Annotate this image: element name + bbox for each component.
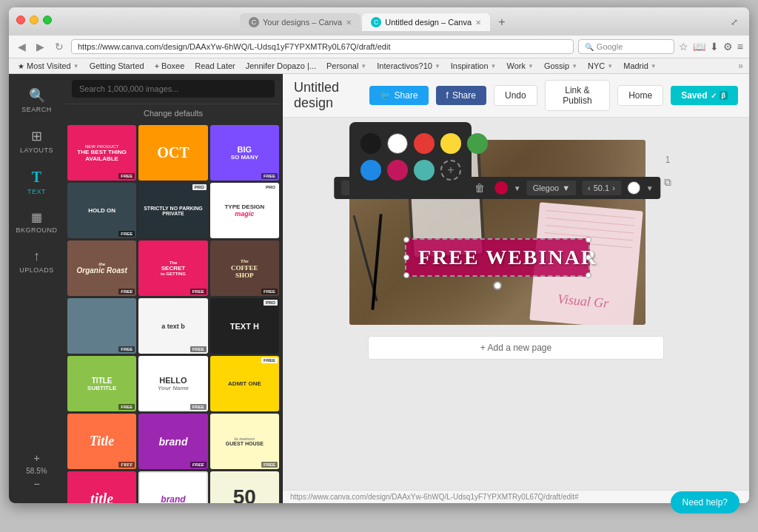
template-item[interactable]: a text b FREE — [138, 298, 207, 354]
template-item[interactable]: STRICTLY NO PARKINGPRIVATE PRO — [138, 183, 207, 238]
browser-search[interactable]: 🔍 Google — [578, 39, 674, 54]
template-item[interactable]: theOrganic Roast FREE — [67, 240, 136, 296]
color-swatch-blue[interactable] — [360, 160, 381, 181]
undo-button[interactable]: Undo — [494, 85, 537, 106]
bookmark-jennifer[interactable]: Jennifer Dopazo |... — [243, 61, 319, 71]
new-tab-button[interactable]: + — [494, 15, 509, 30]
sidebar-item-text[interactable]: T TEXT — [12, 163, 62, 201]
bookmark-interactivos[interactable]: Interactivos?10 ▼ — [374, 61, 443, 71]
bookmark-inspiration[interactable]: Inspiration ▼ — [448, 61, 500, 71]
menu-icon[interactable]: ≡ — [737, 41, 743, 53]
back-button[interactable]: ◀ — [15, 39, 29, 54]
sidebar-item-background[interactable]: ▦ BKGROUND — [12, 204, 62, 240]
bookmark-boxee[interactable]: + Boxee — [152, 61, 188, 71]
bookmark-gossip[interactable]: Gossip ▼ — [541, 61, 580, 71]
bookmark-read-later[interactable]: Read Later — [192, 61, 238, 71]
template-item[interactable]: brand FREE — [138, 414, 207, 469]
template-item[interactable]: TheSECRETto GETTING FREE — [138, 240, 207, 296]
bookmark-icon[interactable]: 📖 — [693, 41, 705, 53]
text-color-dropdown-icon[interactable]: ▼ — [646, 184, 654, 192]
template-item[interactable]: TheCOFFEESHOP FREE — [210, 240, 279, 296]
sidebar-item-layouts[interactable]: ⊞ LAYOUTS — [12, 122, 62, 160]
star-icon[interactable]: ☆ — [679, 41, 688, 53]
template-item[interactable]: ADMIT ONE FREE — [210, 356, 279, 411]
window-resize-button[interactable]: ⤢ — [731, 17, 738, 27]
url-bar[interactable] — [71, 39, 574, 54]
resize-handle-ml[interactable] — [403, 255, 409, 260]
rotate-handle[interactable] — [493, 281, 502, 290]
facebook-share-button[interactable]: f Share — [436, 86, 486, 105]
refresh-button[interactable]: ↻ — [52, 39, 67, 54]
download-icon[interactable]: ⬇ — [710, 41, 719, 53]
sidebar-item-uploads[interactable]: ↑ UPLOADS — [12, 243, 62, 280]
template-item[interactable]: TITLESUBTITLE FREE — [67, 356, 136, 411]
bookmark-nyc[interactable]: NYC ▼ — [585, 61, 616, 71]
text-color-button[interactable] — [627, 181, 640, 195]
bookmark-most-visited[interactable]: ★Most Visited ▼ — [15, 61, 82, 71]
bookmark-work[interactable]: Work ▼ — [504, 61, 537, 71]
color-swatch-white[interactable] — [387, 133, 408, 154]
template-item[interactable]: 50POSTAGE STAMP FREE — [210, 471, 279, 503]
template-item[interactable]: BIGSO MANY FREE — [210, 125, 279, 181]
sidebar-item-search[interactable]: 🔍 SEARCH — [12, 81, 62, 119]
add-page-button[interactable]: + Add a new page — [368, 336, 664, 360]
settings-icon[interactable]: ⚙ — [723, 41, 733, 53]
template-item[interactable]: la maisonGUEST HOUSE FREE — [210, 414, 279, 469]
color-swatch-red[interactable] — [414, 133, 435, 154]
maximize-button[interactable] — [43, 16, 52, 24]
home-button[interactable]: Home — [617, 85, 663, 106]
saved-button[interactable]: Saved ✓ β — [671, 86, 738, 105]
change-defaults-button[interactable]: Change defaults — [64, 104, 282, 122]
font-size-control[interactable]: ‹ 50.1 › — [582, 181, 621, 195]
color-swatch-magenta[interactable] — [387, 160, 408, 181]
link-publish-button[interactable]: Link & Publish — [545, 80, 610, 111]
zoom-plus-button[interactable]: + — [33, 452, 39, 464]
template-item[interactable]: HELLOYour Name FREE — [138, 356, 207, 411]
resize-handle-tl[interactable] — [403, 237, 409, 243]
template-item[interactable]: HOLD ON FREE — [67, 183, 136, 238]
template-item[interactable]: title FREE — [67, 471, 136, 503]
size-decrease-icon[interactable]: ‹ — [588, 183, 591, 192]
template-item[interactable]: TEXT H PRO — [210, 298, 279, 354]
template-item[interactable]: NEW PRODUCT THE BEST THING AVAILABLE FRE… — [67, 125, 136, 181]
copy-page-button[interactable]: ⧉ — [664, 176, 671, 189]
color-swatch-black[interactable] — [360, 133, 381, 154]
tab-untitled-design[interactable]: C Untitled design – Canva ✕ — [362, 13, 490, 31]
resize-handle-bl[interactable] — [403, 272, 409, 278]
resize-handle-tr[interactable] — [586, 237, 591, 243]
color-swatch-teal[interactable] — [414, 160, 435, 181]
template-item[interactable]: FREE — [67, 298, 136, 354]
bookmark-personal[interactable]: Personal ▼ — [323, 61, 369, 71]
resize-handle-br[interactable] — [586, 272, 591, 278]
need-help-button[interactable]: Need help? — [671, 491, 739, 514]
template-item[interactable]: TYPE DESIGNmagic PRO — [210, 183, 279, 238]
template-item[interactable]: brand FREE — [138, 471, 207, 503]
bookmarks-overflow[interactable]: » — [738, 61, 743, 71]
forward-button[interactable]: ▶ — [33, 39, 47, 54]
bookmark-getting-started[interactable]: Getting Started — [87, 61, 147, 71]
delete-icon[interactable]: 🗑 — [471, 182, 489, 194]
minimize-button[interactable] — [30, 16, 38, 24]
element-color-button[interactable] — [494, 181, 508, 195]
text-element[interactable]: FREE WEBINAR — [405, 238, 590, 277]
tab-your-designs[interactable]: C Your designs – Canva ✕ — [240, 13, 360, 31]
tab-close-your-designs[interactable]: ✕ — [346, 18, 352, 27]
font-selector[interactable]: Glegoo ▼ — [527, 181, 576, 195]
add-color-button[interactable]: + — [440, 160, 461, 181]
color-dropdown-icon[interactable]: ▼ — [514, 184, 521, 192]
resize-handle-mr[interactable] — [586, 255, 591, 260]
bookmark-madrid[interactable]: Madrid ▼ — [620, 61, 660, 71]
color-swatch-yellow[interactable] — [440, 133, 461, 154]
twitter-share-button[interactable]: 🐦 Share — [369, 86, 429, 105]
templates-grid: NEW PRODUCT THE BEST THING AVAILABLE FRE… — [64, 122, 282, 503]
close-button[interactable] — [16, 16, 25, 24]
chevron-icon: ▼ — [607, 63, 613, 70]
tab-close-untitled[interactable]: ✕ — [475, 18, 481, 27]
color-swatch-green[interactable] — [467, 133, 488, 154]
template-item[interactable]: OCT — [138, 125, 207, 181]
template-item[interactable]: Title FREE — [67, 414, 136, 469]
canvas-scroll[interactable]: + Copy Forward Back 🗑 ▼ — [283, 118, 749, 490]
zoom-minus-button[interactable]: − — [33, 478, 39, 490]
size-increase-icon[interactable]: › — [612, 183, 615, 192]
template-search-input[interactable] — [72, 80, 275, 98]
